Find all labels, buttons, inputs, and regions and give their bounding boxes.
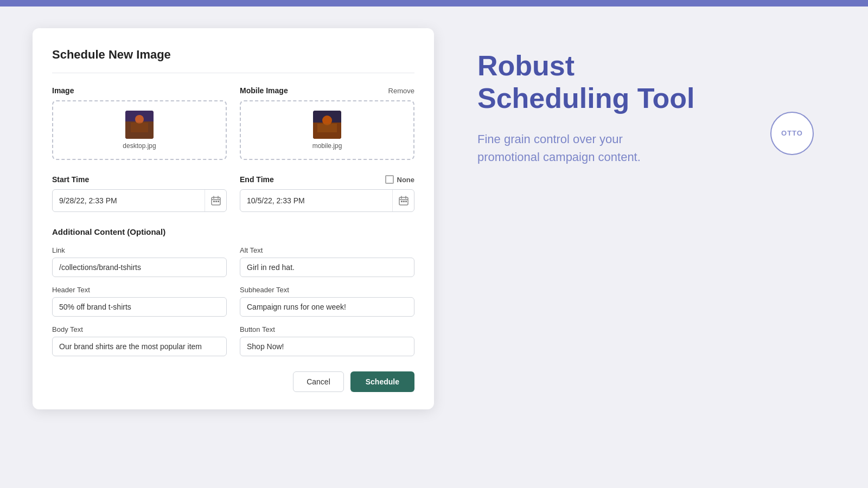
promo-heading: Robust Scheduling Tool [477,50,825,115]
alt-text-field-group: Alt Text [240,246,414,277]
subheader-text-label: Subheader Text [240,286,414,294]
top-bar [0,0,868,7]
none-checkbox-group: None [385,175,415,184]
none-checkbox[interactable] [385,175,394,184]
link-label: Link [52,246,227,254]
svg-point-2 [135,115,144,124]
desktop-image-thumb [125,111,154,139]
promo-panel: Robust Scheduling Tool Fine grain contro… [467,28,835,166]
fields-grid: Link Alt Text Header Text Subheader Text [52,246,414,356]
image-label: Image [52,86,74,95]
cancel-button[interactable]: Cancel [293,371,344,392]
svg-rect-13 [215,201,217,202]
body-text-label: Body Text [52,325,227,333]
link-input[interactable] [52,258,227,277]
none-label: None [397,176,415,184]
end-time-section: End Time None [240,175,414,212]
promo-heading-line2: Scheduling Tool [477,82,695,114]
desktop-filename: desktop.jpg [123,142,156,150]
start-time-input[interactable] [53,191,205,210]
promo-subtext-line1: Fine grain control over your [477,132,623,146]
button-text-label: Button Text [240,325,414,333]
alt-text-label: Alt Text [240,246,414,254]
body-text-input[interactable] [52,337,227,356]
svg-rect-19 [401,201,403,202]
svg-rect-7 [317,124,337,132]
end-time-input[interactable] [240,191,392,210]
main-content: Schedule New Image Image [0,7,868,488]
additional-content-section: Additional Content (Optional) Link Alt T… [52,227,414,392]
otto-label: OTTO [781,129,803,137]
start-time-section: Start Time [52,175,227,212]
mobile-image-label: Mobile Image [240,86,288,95]
mobile-image-icon [313,111,341,139]
svg-rect-14 [218,201,219,202]
body-text-field-group: Body Text [52,325,227,356]
desktop-image-dropzone[interactable]: desktop.jpg [52,100,227,160]
end-time-calendar-button[interactable] [392,190,414,211]
modal-title: Schedule New Image [52,48,414,73]
header-text-input[interactable] [52,297,227,317]
mobile-image-dropzone[interactable]: mobile.jpg [240,100,414,160]
subheader-text-input[interactable] [240,297,414,317]
svg-rect-20 [403,201,405,202]
end-time-input-wrapper [240,189,414,212]
otto-badge: OTTO [770,112,814,155]
svg-rect-12 [213,201,215,202]
schedule-button[interactable]: Schedule [350,371,414,392]
start-time-calendar-button[interactable] [205,190,226,211]
desktop-image-section: Image desktop.jpg [52,86,227,160]
alt-text-input[interactable] [240,258,414,277]
mobile-image-section: Mobile Image Remove mobile.jpg [240,86,414,160]
calendar-icon [211,196,221,206]
end-time-label: End Time [240,175,274,184]
button-text-input[interactable] [240,337,414,356]
image-row: Image desktop.jpg [52,86,414,160]
svg-rect-21 [405,201,407,202]
additional-content-heading: Additional Content (Optional) [52,227,414,236]
subheader-text-field-group: Subheader Text [240,286,414,317]
desktop-image-icon [125,111,154,139]
promo-subtext-line2: promotional campaign content. [477,150,641,164]
promo-heading-line1: Robust [477,50,575,81]
svg-rect-3 [131,123,148,132]
link-field-group: Link [52,246,227,277]
modal-panel: Schedule New Image Image [33,28,434,409]
start-time-input-wrapper [52,189,227,212]
mobile-image-thumb [313,111,341,139]
time-row: Start Time [52,175,414,212]
button-text-field-group: Button Text [240,325,414,356]
header-text-field-group: Header Text [52,286,227,317]
start-time-label: Start Time [52,175,89,184]
header-text-label: Header Text [52,286,227,294]
mobile-filename: mobile.jpg [312,142,342,150]
action-row: Cancel Schedule [52,371,414,392]
calendar-icon-end [399,196,409,206]
remove-button[interactable]: Remove [388,87,414,95]
